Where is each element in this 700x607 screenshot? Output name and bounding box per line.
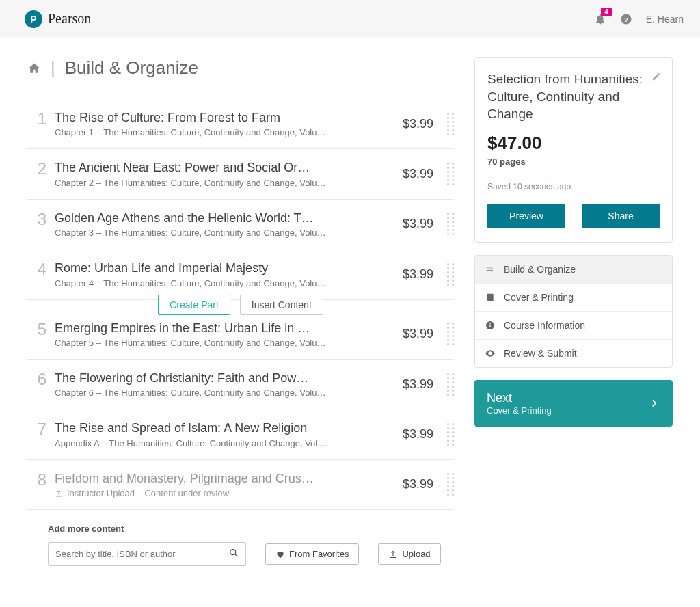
chapter-price: $3.99 [403,267,433,282]
chapter-subtitle: Chapter 1 – The Humanities: Culture, Con… [55,127,328,137]
chapter-list: 1 The Rise of Culture: From Forest to Fa… [27,99,454,510]
upload-icon [55,489,63,498]
create-part-button[interactable]: Create Part [158,295,230,315]
chapter-title: The Ancient Near East: Power and Social … [55,160,314,176]
chapter-row[interactable]: 2 The Ancient Near East: Power and Socia… [27,149,454,199]
add-more-section: Add more content From Favorites [27,524,454,566]
breadcrumb: | Build & Organize [27,57,454,79]
saved-timestamp: Saved 10 seconds ago [487,182,660,191]
brand-logo[interactable]: P Pearson [25,10,91,28]
search-box [48,542,246,566]
edit-title-icon[interactable] [651,72,661,81]
drag-handle-icon[interactable] [447,321,454,348]
chapter-row[interactable]: 5 Emerging Empires in the East: Urban Li… [27,310,454,360]
notification-badge: 4 [601,8,612,16]
breadcrumb-separator: | [51,57,55,79]
chapter-price: $3.99 [403,327,433,341]
chapter-row[interactable]: 6 The Flowering of Christianity: Faith a… [27,360,454,409]
svg-rect-5 [489,325,490,327]
summary-pages: 70 pages [487,157,660,167]
stack-icon [485,264,497,275]
drag-handle-icon[interactable] [447,110,454,137]
top-bar: P Pearson 4 ? E. Hearn [0,0,700,38]
chapter-subtitle: Instructor Upload – Content under review [55,488,328,498]
share-button[interactable]: Share [582,204,660,228]
chevron-right-icon [648,397,660,409]
chapter-title: Golden Age Athens and the Hellenic World… [55,211,314,226]
chapter-row[interactable]: 4 Rome: Urban Life and Imperial Majesty … [27,249,454,299]
logo-mark-icon: P [25,10,42,28]
step-label: Cover & Printing [504,292,574,303]
step-course-information[interactable]: Course Information [475,312,672,340]
chapter-title: The Rise of Culture: From Forest to Farm [55,110,314,126]
chapter-row[interactable]: 1 The Rise of Culture: From Forest to Fa… [27,99,454,149]
chapter-row[interactable]: 7 The Rise and Spread of Islam: A New Re… [27,409,454,459]
notifications-bell-icon[interactable]: 4 [594,13,606,25]
from-favorites-button[interactable]: From Favorites [265,543,359,565]
heart-icon [275,550,285,559]
chapter-subtitle: Chapter 3 – The Humanities: Culture, Con… [55,228,328,238]
chapter-subtitle: Chapter 5 – The Humanities: Culture, Con… [55,338,328,348]
book-icon [485,292,497,303]
chapter-number: 4 [27,260,46,278]
chapter-price: $3.99 [403,427,433,442]
summary-card: Selection from Humanities: Culture, Cont… [474,57,673,243]
home-icon[interactable] [27,62,41,75]
user-menu[interactable]: E. Hearn [646,14,684,25]
chapter-number: 1 [27,110,46,128]
chapter-number: 5 [27,321,46,338]
step-cover-printing[interactable]: Cover & Printing [475,284,672,312]
step-review-submit[interactable]: Review & Submit [475,340,672,367]
add-more-label: Add more content [48,524,454,534]
chapter-price: $3.99 [403,477,433,491]
chapter-number: 8 [27,471,46,489]
search-input[interactable] [48,542,246,566]
chapter-title: Rome: Urban Life and Imperial Majesty [55,260,314,276]
from-favorites-label: From Favorites [289,549,349,559]
chapter-price: $3.99 [403,167,433,181]
chapter-title: The Flowering of Christianity: Faith and… [55,370,314,386]
chapter-row[interactable]: 8 Fiefdom and Monastery, Pilgrimage and … [27,460,454,510]
info-icon [485,320,497,331]
drag-handle-icon[interactable] [447,471,454,498]
upload-label: Upload [402,549,430,559]
summary-price: $47.00 [487,133,660,154]
upload-button[interactable]: Upload [378,543,440,565]
chapter-price: $3.99 [403,117,433,131]
next-label: Next [487,391,552,405]
step-build-organize[interactable]: Build & Organize [475,256,672,284]
chapter-number: 6 [27,370,46,388]
step-label: Review & Submit [504,348,577,359]
step-label: Build & Organize [504,264,576,275]
chapter-title: Fiefdom and Monastery, Pilgrimage and Cr… [55,471,314,487]
insert-content-button[interactable]: Insert Content [240,295,323,315]
project-title: Selection from Humanities: Culture, Cont… [487,70,660,123]
chapter-subtitle: Appendix A – The Humanities: Culture, Co… [55,438,328,448]
svg-rect-6 [489,323,490,324]
chapter-number: 3 [27,211,46,228]
page-title: Build & Organize [65,57,198,79]
svg-line-3 [235,554,237,556]
next-button[interactable]: Next Cover & Printing [474,380,673,427]
chapter-row[interactable]: 3 Golden Age Athens and the Hellenic Wor… [27,200,454,249]
chapter-subtitle: Chapter 6 – The Humanities: Culture, Con… [55,388,328,398]
preview-button[interactable]: Preview [487,204,565,228]
drag-handle-icon[interactable] [447,160,454,187]
chapter-number: 2 [27,160,46,178]
svg-text:?: ? [624,15,628,23]
insert-actions: Create Part Insert Content [27,295,454,315]
chapter-price: $3.99 [403,217,433,231]
drag-handle-icon[interactable] [447,260,454,288]
eye-icon [485,348,497,359]
step-label: Course Information [504,320,585,331]
drag-handle-icon[interactable] [447,211,454,238]
drag-handle-icon[interactable] [447,370,454,398]
steps-nav: Build & OrganizeCover & PrintingCourse I… [474,255,673,368]
drag-handle-icon[interactable] [447,420,454,448]
search-icon[interactable] [228,548,239,558]
upload-icon [388,550,398,559]
svg-point-2 [230,550,236,555]
help-icon[interactable]: ? [620,13,632,25]
chapter-title: The Rise and Spread of Islam: A New Reli… [55,420,314,436]
chapter-title: Emerging Empires in the East: Urban Life… [55,321,314,336]
